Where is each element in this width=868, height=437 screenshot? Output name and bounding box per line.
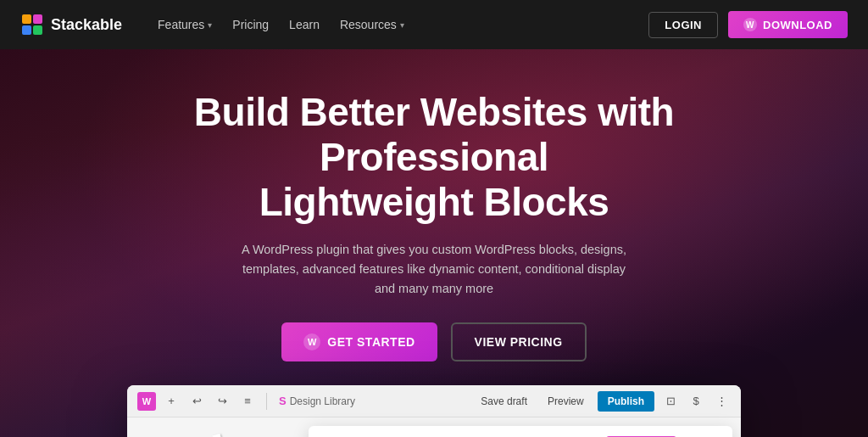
more-options-icon[interactable]: ⋮ xyxy=(712,392,731,411)
toolbar-center: S Design Library xyxy=(279,395,355,407)
save-draft-button[interactable]: Save draft xyxy=(474,392,534,411)
publish-button[interactable]: Publish xyxy=(598,391,654,412)
design-library-panel: Stackable Design Library Block Designs U… xyxy=(309,426,732,437)
svg-rect-2 xyxy=(22,25,31,35)
stackable-s-logo: S xyxy=(279,395,287,407)
nav-pricing[interactable]: Pricing xyxy=(224,13,277,36)
hero-section: Build Better Websites with Professional … xyxy=(0,49,868,437)
nav-left: Stackable Features ▾ Pricing Learn Resou… xyxy=(20,13,413,36)
wordpress-toolbar-icon: W xyxy=(137,392,156,411)
design-library-label: Design Library xyxy=(290,395,355,407)
hero-title: Build Better Websites with Professional … xyxy=(103,90,765,225)
preview-button[interactable]: Preview xyxy=(541,392,591,411)
cursor-area xyxy=(136,426,300,437)
nav-links: Features ▾ Pricing Learn Resources ▾ xyxy=(149,13,413,36)
add-block-button[interactable]: + xyxy=(161,391,181,412)
cursor-icon xyxy=(212,434,224,437)
logo-text: Stackable xyxy=(51,16,122,34)
chevron-down-icon: ▾ xyxy=(208,20,212,30)
editor-toolbar: W + ↩ ↪ ≡ S Design Library Save draft Pr… xyxy=(127,385,741,417)
view-pricing-button[interactable]: VIEW PRICING xyxy=(451,322,587,361)
wordpress-icon: W xyxy=(743,18,757,31)
editor-preview: W + ↩ ↪ ≡ S Design Library Save draft Pr… xyxy=(127,385,741,437)
list-view-button[interactable]: ≡ xyxy=(237,391,258,412)
undo-button[interactable]: ↩ xyxy=(186,391,207,412)
hero-buttons: W GET STARTED VIEW PRICING xyxy=(281,322,586,361)
svg-rect-0 xyxy=(22,14,31,24)
nav-resources[interactable]: Resources ▾ xyxy=(331,13,413,36)
stackable-icon[interactable]: $ xyxy=(687,392,705,411)
toolbar-right: Save draft Preview Publish ⊡ $ ⋮ xyxy=(474,391,731,412)
download-button[interactable]: W DOWNLOAD xyxy=(728,11,848,38)
svg-rect-3 xyxy=(33,25,42,35)
design-library-header: Stackable Design Library Block Designs U… xyxy=(309,426,732,437)
logo[interactable]: Stackable xyxy=(20,13,122,36)
nav-right: LOGIN W DOWNLOAD xyxy=(648,11,848,38)
editor-content: Stackable Design Library Block Designs U… xyxy=(127,417,741,437)
chevron-down-icon: ▾ xyxy=(400,20,404,30)
login-button[interactable]: LOGIN xyxy=(648,12,718,38)
settings-icon[interactable]: ⊡ xyxy=(661,392,680,411)
nav-learn[interactable]: Learn xyxy=(281,13,328,36)
toolbar-separator xyxy=(266,393,267,410)
get-started-button[interactable]: W GET STARTED xyxy=(281,322,437,361)
hero-subtitle: A WordPress plugin that gives you custom… xyxy=(239,240,629,300)
navbar: Stackable Features ▾ Pricing Learn Resou… xyxy=(0,0,868,49)
redo-button[interactable]: ↪ xyxy=(212,391,232,412)
stackable-logo-icon xyxy=(20,13,44,36)
svg-rect-1 xyxy=(33,14,42,24)
nav-features[interactable]: Features ▾ xyxy=(149,13,220,36)
wordpress-icon: W xyxy=(303,333,320,350)
